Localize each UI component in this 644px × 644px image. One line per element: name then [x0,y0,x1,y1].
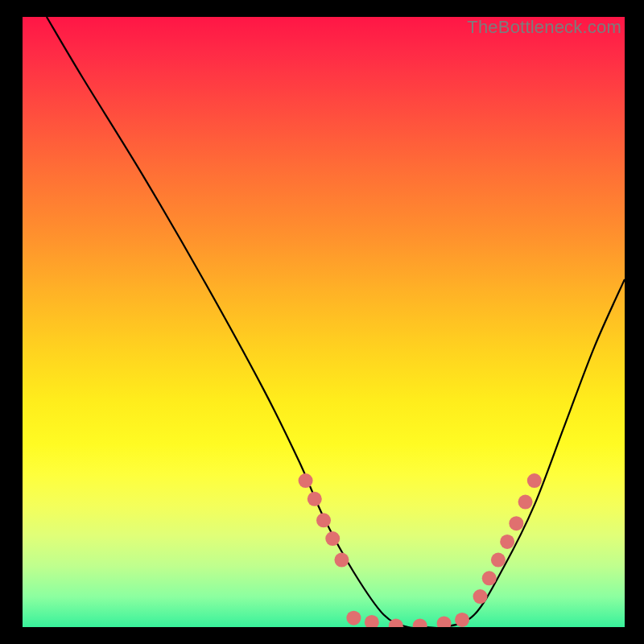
curve-svg [23,17,625,627]
chart-plot-area: TheBottleneck.com [23,17,625,627]
highlight-dot [473,589,487,604]
highlight-dot [316,513,331,527]
highlight-dots [299,473,542,627]
highlight-dot [334,553,349,568]
highlight-dot [413,618,427,627]
highlight-dot [518,495,533,510]
highlight-dot [482,571,497,585]
highlight-dot [365,615,379,627]
highlight-dot [437,616,452,627]
highlight-dot [527,473,542,488]
highlight-dot [500,535,514,549]
highlight-dot [455,613,469,627]
highlight-dot [299,473,313,488]
highlight-dot [509,516,523,530]
highlight-dot [491,553,506,568]
highlight-dot [325,531,340,546]
highlight-dot [308,492,322,506]
highlight-dot [346,611,361,625]
watermark-text: TheBottleneck.com [467,17,621,38]
